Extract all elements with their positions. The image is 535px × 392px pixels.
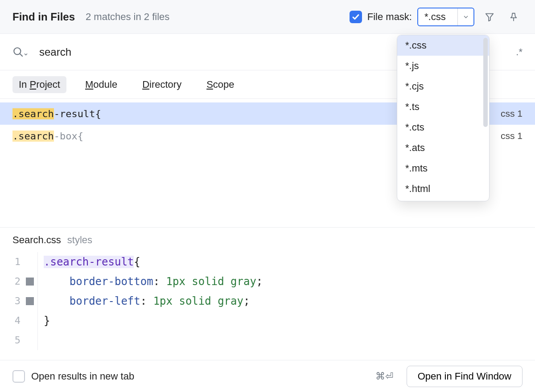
dropdown-scrollbar[interactable] <box>483 38 488 127</box>
dropdown-option[interactable]: *.ts <box>397 97 489 117</box>
chevron-down-icon[interactable] <box>457 8 473 25</box>
preview-header: Search.css styles <box>0 227 535 252</box>
result-file-badge: css 1 <box>501 131 523 141</box>
dropdown-option[interactable]: *.css <box>397 35 489 56</box>
scope-tab-module[interactable]: Module <box>79 76 123 93</box>
dropdown-option[interactable]: *.cts <box>397 117 489 138</box>
line-number: 5 <box>0 331 24 350</box>
scope-tab-project[interactable]: In Project <box>12 76 66 93</box>
line-number: 4 <box>0 311 24 331</box>
line-number: 1 <box>0 252 24 272</box>
file-mask-dropdown[interactable]: *.css*.js*.cjs*.ts*.cts*.ats*.mts*.html <box>397 35 490 201</box>
file-mask-group: File mask: *.css <box>350 8 474 26</box>
dropdown-option[interactable]: *.js <box>397 56 489 76</box>
gutter-marker-icon[interactable] <box>26 278 34 286</box>
open-find-window-button[interactable]: Open in Find Window <box>407 366 523 387</box>
dropdown-option[interactable]: *.cjs <box>397 76 489 97</box>
editor-line[interactable]: 1.search-result{ <box>0 252 535 272</box>
file-mask-label: File mask: <box>367 11 412 23</box>
result-file-badge: css 1 <box>501 108 523 119</box>
file-mask-combobox[interactable]: *.css <box>417 8 474 26</box>
regex-option[interactable]: .* <box>516 46 523 58</box>
editor-line[interactable]: 4} <box>0 311 535 331</box>
open-new-tab-label: Open results in new tab <box>31 371 134 382</box>
svg-marker-0 <box>486 13 494 20</box>
line-number: 2 <box>0 272 24 291</box>
preview-file-name: Search.css <box>12 234 61 246</box>
svg-line-3 <box>20 53 23 57</box>
filter-icon[interactable] <box>481 8 498 26</box>
editor-line[interactable]: 2 border-bottom: 1px solid gray; <box>0 272 535 291</box>
match-summary: 2 matches in 2 files <box>86 11 169 23</box>
line-number: 3 <box>0 291 24 311</box>
search-options: W .* <box>498 46 523 58</box>
dropdown-option[interactable]: *.html <box>397 179 489 199</box>
scope-tab-directory[interactable]: Directory <box>136 76 188 93</box>
svg-point-2 <box>14 48 21 54</box>
scope-tab-scope[interactable]: Scope <box>200 76 240 93</box>
preview-editor[interactable]: 1.search-result{2 border-bottom: 1px sol… <box>0 252 535 350</box>
dropdown-option[interactable]: *.ats <box>397 138 489 158</box>
editor-line[interactable]: 5 <box>0 331 535 350</box>
file-mask-checkbox[interactable] <box>350 11 362 23</box>
shortcut-hint: ⌘⏎ <box>375 371 393 382</box>
preview-file-path: styles <box>67 234 92 246</box>
pin-icon[interactable] <box>505 8 523 26</box>
editor-line[interactable]: 3 border-left: 1px solid gray; <box>0 291 535 311</box>
search-icon <box>12 46 29 58</box>
dialog-footer: Open results in new tab ⌘⏎ Open in Find … <box>0 360 535 392</box>
file-mask-value: *.css <box>418 11 457 23</box>
open-new-tab-checkbox[interactable] <box>12 370 25 383</box>
dropdown-option[interactable]: *.mts <box>397 158 489 179</box>
gutter-marker-icon[interactable] <box>26 297 34 305</box>
dialog-header: Find in Files 2 matches in 2 files File … <box>0 0 535 34</box>
dialog-title: Find in Files <box>12 11 75 23</box>
